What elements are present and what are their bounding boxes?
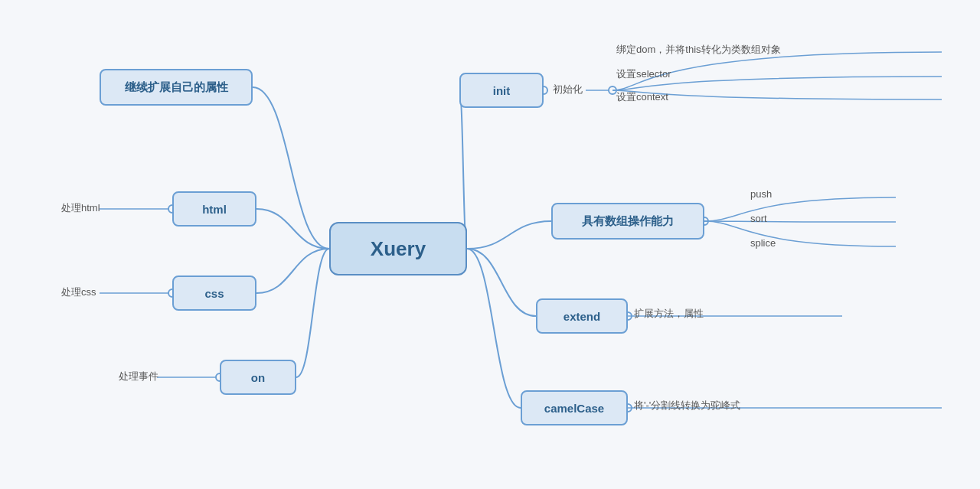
label-init-main: 初始化 bbox=[553, 83, 583, 96]
detail-init: 设置context bbox=[616, 90, 668, 104]
label-css: 处理css bbox=[61, 285, 96, 299]
mindmap-canvas: Xuery继续扩展自己的属性htmlcssoninit具有数组操作能力exten… bbox=[0, 0, 980, 489]
node-camelCase: camelCase bbox=[521, 390, 628, 425]
node-array: 具有数组操作能力 bbox=[551, 203, 704, 240]
center-node: Xuery bbox=[329, 222, 467, 275]
label-html: 处理html bbox=[61, 201, 100, 215]
label-on: 处理事件 bbox=[119, 370, 158, 383]
node-init: init bbox=[459, 73, 544, 108]
detail-array: push bbox=[750, 188, 772, 200]
detail-init: 设置selector bbox=[616, 67, 671, 81]
node-html: html bbox=[172, 191, 256, 227]
detail-camelcase: 将'-'分割线转换为驼峰式 bbox=[634, 399, 740, 412]
detail-array: splice bbox=[750, 237, 776, 249]
detail-array: sort bbox=[750, 213, 767, 224]
node-on: on bbox=[220, 360, 296, 395]
node-extend: extend bbox=[536, 298, 628, 334]
detail-init: 绑定dom，并将this转化为类数组对象 bbox=[616, 43, 781, 57]
detail-extend: 扩展方法，属性 bbox=[634, 307, 704, 321]
svg-point-8 bbox=[609, 86, 616, 94]
node-continue: 继续扩展自己的属性 bbox=[100, 69, 253, 106]
node-css: css bbox=[172, 275, 256, 311]
